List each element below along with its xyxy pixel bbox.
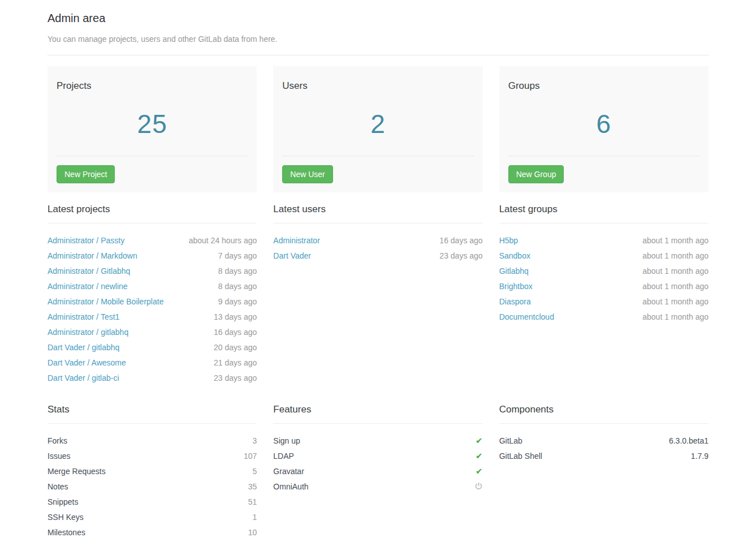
info-sections-row: Stats Forks3 Issues107 Merge Requests5 N… (47, 393, 709, 540)
user-link[interactable]: Administrator (273, 236, 319, 245)
timestamp: 16 days ago (214, 328, 257, 337)
stat-label: Issues (47, 452, 70, 461)
list-item: Administrator / Markdown7 days ago (47, 248, 257, 263)
feature-label: LDAP (273, 452, 294, 461)
feature-row: Gravatar ✔ (273, 463, 482, 479)
list-item: Administrator / gitlabhq16 days ago (47, 324, 257, 339)
section-divider (47, 223, 257, 223)
stats-heading: Stats (47, 404, 257, 415)
list-item: Administrator / newline8 days ago (47, 278, 257, 294)
features-heading: Features (273, 404, 482, 415)
timestamp: about 1 month ago (642, 282, 709, 291)
section-divider (499, 223, 709, 223)
list-item: Administrator16 days ago (273, 233, 482, 248)
groups-count: 6 (508, 92, 699, 156)
stat-row: Milestones10 (47, 524, 257, 540)
stat-label: Merge Requests (47, 467, 106, 476)
list-item: Administrator / Gitlabhq8 days ago (47, 263, 257, 278)
project-link[interactable]: Administrator / Markdown (47, 251, 137, 260)
feature-row: Sign up ✔ (273, 433, 482, 448)
project-link[interactable]: Dart Vader / gitlab-ci (47, 373, 119, 382)
new-group-button[interactable]: New Group (508, 165, 564, 183)
project-link[interactable]: Dart Vader / Awesome (47, 358, 126, 367)
stat-label: Notes (47, 482, 68, 491)
component-row: GitLab Shell1.7.9 (499, 448, 709, 463)
features-section: Features Sign up ✔ LDAP ✔ Gravatar ✔ Omn… (273, 393, 482, 540)
timestamp: 21 days ago (214, 358, 257, 367)
groups-card-title: Groups (508, 80, 699, 92)
latest-sections-row: Latest projects Administrator / Passtyab… (47, 192, 709, 385)
section-divider (273, 223, 482, 223)
stat-value: 1 (253, 513, 257, 522)
project-link[interactable]: Administrator / Gitlabhq (47, 266, 130, 276)
groups-card-footer: New Group (508, 156, 699, 183)
list-item: Diasporaabout 1 month ago (499, 294, 709, 309)
list-item: Administrator / Test113 days ago (47, 309, 257, 324)
summary-cards-row: Projects 25 New Project Users 2 New User… (47, 66, 709, 192)
stat-row: Issues107 (47, 448, 257, 463)
group-link[interactable]: H5bp (499, 236, 518, 245)
project-link[interactable]: Administrator / Mobile Boilerplate (47, 297, 163, 306)
stat-label: Milestones (47, 528, 85, 537)
project-link[interactable]: Administrator / newline (47, 282, 128, 291)
project-link[interactable]: Dart Vader / gitlabhq (47, 343, 119, 352)
latest-users-section: Latest users Administrator16 days ago Da… (273, 192, 482, 385)
project-link[interactable]: Administrator / Test1 (47, 312, 119, 321)
list-item: Dart Vader / Awesome21 days ago (47, 355, 257, 370)
stat-value: 5 (253, 467, 257, 476)
new-project-button[interactable]: New Project (57, 165, 115, 183)
groups-card: Groups 6 New Group (499, 66, 709, 192)
stat-value: 35 (248, 482, 257, 491)
feature-label: Gravatar (273, 467, 304, 476)
stat-row: Forks3 (47, 433, 257, 448)
stat-value: 51 (248, 497, 257, 506)
stat-row: Notes35 (47, 479, 257, 494)
check-icon: ✔ (476, 452, 483, 460)
feature-row: OmniAuth (273, 479, 482, 494)
list-item: Administrator / Mobile Boilerplate9 days… (47, 294, 257, 309)
timestamp: about 24 hours ago (189, 236, 257, 245)
timestamp: about 1 month ago (642, 236, 709, 245)
stat-label: Snippets (47, 497, 78, 506)
project-link[interactable]: Administrator / gitlabhq (47, 328, 128, 337)
stat-row: Snippets51 (47, 494, 257, 509)
group-link[interactable]: Brightbox (499, 282, 533, 291)
components-section: Components GitLab6.3.0.beta1 GitLab Shel… (499, 393, 709, 540)
stat-label: SSH Keys (47, 513, 84, 522)
stat-row: Merge Requests5 (47, 463, 257, 479)
feature-row: LDAP ✔ (273, 448, 482, 463)
timestamp: 8 days ago (218, 266, 257, 276)
check-icon: ✔ (476, 436, 483, 445)
latest-projects-section: Latest projects Administrator / Passtyab… (47, 192, 257, 385)
new-user-button[interactable]: New User (282, 165, 332, 183)
list-item: H5bpabout 1 month ago (499, 233, 709, 248)
list-item: Gitlabhqabout 1 month ago (499, 263, 709, 278)
timestamp: 13 days ago (214, 312, 257, 321)
latest-users-heading: Latest users (273, 204, 482, 215)
timestamp: about 1 month ago (642, 297, 709, 306)
stat-value: 10 (248, 528, 257, 537)
timestamp: about 1 month ago (642, 266, 709, 276)
timestamp: about 1 month ago (642, 312, 709, 321)
group-link[interactable]: Gitlabhq (499, 266, 529, 276)
group-link[interactable]: Documentcloud (499, 312, 554, 321)
check-icon: ✔ (476, 467, 483, 475)
feature-label: OmniAuth (273, 482, 308, 491)
group-link[interactable]: Diaspora (499, 297, 531, 306)
component-row: GitLab6.3.0.beta1 (499, 433, 709, 448)
user-link[interactable]: Dart Vader (273, 251, 311, 260)
section-divider (273, 423, 482, 424)
group-link[interactable]: Sandbox (499, 251, 530, 260)
timestamp: 8 days ago (218, 282, 257, 291)
page-header: Admin area You can manage projects, user… (47, 12, 709, 44)
stat-value: 107 (244, 452, 257, 461)
latest-projects-heading: Latest projects (47, 204, 257, 215)
stats-section: Stats Forks3 Issues107 Merge Requests5 N… (47, 393, 257, 540)
page-title: Admin area (47, 12, 709, 25)
timestamp: 7 days ago (218, 251, 257, 260)
list-item: Sandboxabout 1 month ago (499, 248, 709, 263)
projects-card: Projects 25 New Project (47, 66, 257, 192)
project-link[interactable]: Administrator / Passty (47, 236, 124, 245)
stat-label: Forks (47, 436, 67, 445)
list-item: Dart Vader / gitlab-ci23 days ago (47, 370, 257, 385)
